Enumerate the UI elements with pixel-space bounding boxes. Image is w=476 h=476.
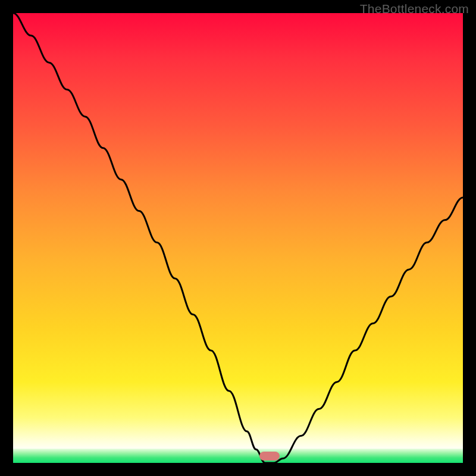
- watermark-text: TheBottleneck.com: [360, 2, 469, 16]
- optimal-marker: [259, 452, 280, 461]
- bottleneck-curve: [13, 13, 463, 463]
- curve-layer: [13, 13, 463, 463]
- plot-area: [13, 13, 463, 463]
- chart-stage: TheBottleneck.com: [0, 0, 476, 476]
